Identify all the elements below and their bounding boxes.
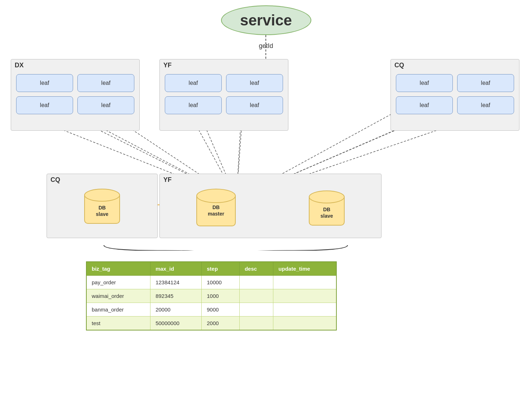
cell-step: 1000 <box>202 289 240 303</box>
table-row: banma_order200009000 <box>86 303 336 317</box>
cell-max_id: 20000 <box>150 303 202 317</box>
cell-biz_tag: banma_order <box>86 303 150 317</box>
cell-max_id: 12384124 <box>150 276 202 289</box>
cell-update_time <box>273 276 336 289</box>
cell-desc <box>239 317 273 330</box>
db-cq-slave: DBslave <box>84 189 120 228</box>
leaf-node: leaf <box>457 74 514 92</box>
cell-biz_tag: waimai_order <box>86 289 150 303</box>
cell-step: 9000 <box>202 303 240 317</box>
zone-yf-top-leaves: leaf leaf leaf leaf <box>160 71 288 119</box>
zone-cq-top-label: CQ <box>391 59 519 71</box>
zone-yf-top: YF leaf leaf leaf leaf <box>159 59 288 131</box>
service-node: service <box>221 5 311 35</box>
leaf-node: leaf <box>396 74 453 92</box>
cell-desc <box>239 289 273 303</box>
cell-biz_tag: test <box>86 317 150 330</box>
zone-cq-top: CQ leaf leaf leaf leaf <box>390 59 519 131</box>
leaf-node: leaf <box>77 74 134 92</box>
table-body: pay_order1238412410000waimai_order892345… <box>86 276 336 330</box>
db-yf-master: DBmaster <box>196 189 236 232</box>
leaf-node: leaf <box>457 96 514 114</box>
table-header-row: biz_tag max_id step desc update_time <box>86 262 336 276</box>
col-step: step <box>202 262 240 276</box>
col-update-time: update_time <box>273 262 336 276</box>
getld-label: getId <box>259 42 273 50</box>
col-desc: desc <box>239 262 273 276</box>
cell-max_id: 892345 <box>150 289 202 303</box>
cell-desc <box>239 303 273 317</box>
cell-update_time <box>273 303 336 317</box>
zone-cq-bottom-label: CQ <box>47 174 157 186</box>
diagram: service getId <box>0 0 532 396</box>
leaf-node: leaf <box>165 74 222 92</box>
cell-update_time <box>273 317 336 330</box>
leaf-node: leaf <box>165 96 222 114</box>
zone-dx-leaves: leaf leaf leaf leaf <box>11 71 139 119</box>
cell-step: 2000 <box>202 317 240 330</box>
db-yf-slave: DBslave <box>309 190 345 230</box>
table-row: waimai_order8923451000 <box>86 289 336 303</box>
leaf-node: leaf <box>226 96 283 114</box>
cell-biz_tag: pay_order <box>86 276 150 289</box>
service-label: service <box>240 12 292 29</box>
cell-desc <box>239 276 273 289</box>
col-max-id: max_id <box>150 262 202 276</box>
data-table-container: biz_tag max_id step desc update_time pay… <box>86 261 337 330</box>
zone-yf-bottom-label: YF <box>160 174 381 186</box>
col-biz-tag: biz_tag <box>86 262 150 276</box>
leaf-node: leaf <box>16 96 73 114</box>
zone-yf-bottom: YF DBmaster DBslave <box>159 174 382 238</box>
table-row: test500000002000 <box>86 317 336 330</box>
zone-cq-top-leaves: leaf leaf leaf leaf <box>391 71 519 119</box>
zone-dx: DX leaf leaf leaf leaf <box>11 59 140 131</box>
zone-dx-label: DX <box>11 59 139 71</box>
cell-step: 10000 <box>202 276 240 289</box>
leaf-node: leaf <box>226 74 283 92</box>
cell-update_time <box>273 289 336 303</box>
data-table: biz_tag max_id step desc update_time pay… <box>86 261 337 330</box>
db-yf-master-label: DBmaster <box>208 204 224 217</box>
zone-yf-top-label: YF <box>160 59 288 71</box>
leaf-node: leaf <box>16 74 73 92</box>
zone-cq-bottom: CQ DBslave <box>47 174 158 238</box>
table-row: pay_order1238412410000 <box>86 276 336 289</box>
cell-max_id: 50000000 <box>150 317 202 330</box>
leaf-node: leaf <box>396 96 453 114</box>
leaf-node: leaf <box>77 96 134 114</box>
